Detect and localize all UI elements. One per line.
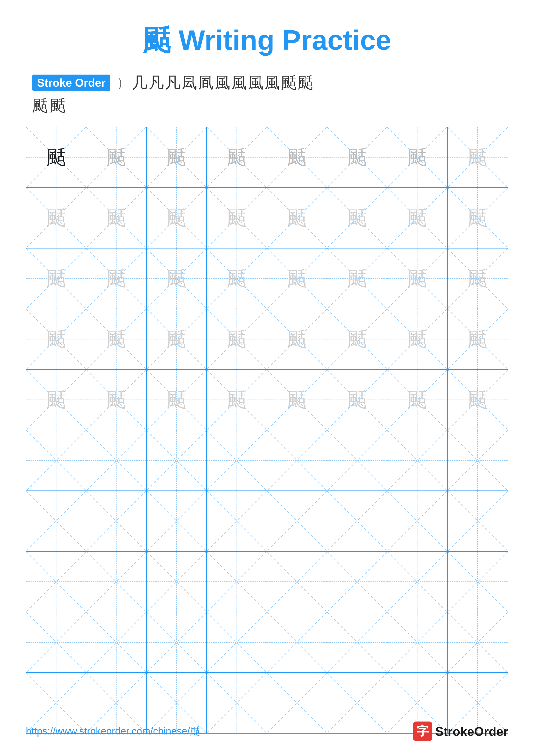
- cell-char-3-7: 颳: [408, 265, 427, 292]
- grid-cell-6-8: [447, 430, 508, 491]
- svg-line-128: [26, 612, 86, 672]
- grid-cell-4-6: 颳: [327, 309, 387, 369]
- grid-row-8: [26, 552, 508, 612]
- grid-row-7: [26, 491, 508, 552]
- grid-cell-6-4: [207, 430, 267, 491]
- stroke-step-10: 颳: [281, 72, 297, 93]
- grid-cell-9-6: [327, 612, 387, 672]
- cell-diagonal-7-5: [267, 491, 327, 551]
- cell-char-5-6: 颳: [347, 387, 367, 413]
- grid-cell-1-1: 颳: [26, 127, 87, 187]
- footer-logo: 字 StrokeOrder: [413, 721, 508, 741]
- svg-line-125: [387, 552, 447, 612]
- grid-cell-1-7: 颳: [387, 127, 447, 187]
- cell-char-3-4: 颳: [227, 265, 246, 292]
- stroke-step-8: 風: [248, 72, 264, 93]
- svg-line-139: [327, 612, 387, 672]
- svg-line-133: [147, 612, 206, 672]
- grid-cell-8-2: [87, 552, 146, 612]
- grid-cell-1-8: 颳: [447, 127, 508, 187]
- cell-char-4-1: 颳: [46, 326, 66, 352]
- cell-diagonal-8-6: [327, 552, 387, 612]
- cell-diagonal-9-3: [147, 612, 206, 672]
- svg-line-86: [207, 430, 267, 491]
- svg-line-140: [387, 612, 447, 672]
- stroke-step-12: 颳: [32, 95, 48, 116]
- grid-cell-1-6: 颳: [327, 127, 387, 187]
- cell-diagonal-9-2: [87, 612, 146, 672]
- stroke-step-4: 凨: [182, 72, 197, 93]
- svg-line-141: [387, 612, 447, 672]
- svg-line-115: [87, 552, 146, 612]
- logo-name: StrokeOrder: [435, 724, 508, 739]
- cell-char-2-1: 颳: [46, 205, 66, 231]
- cell-diagonal-6-2: [87, 430, 146, 491]
- stroke-step-6: 風: [215, 72, 230, 93]
- svg-line-121: [267, 552, 327, 612]
- cell-char-5-4: 颳: [227, 387, 246, 413]
- cell-diagonal-9-6: [327, 612, 387, 672]
- logo-char: 字: [417, 723, 429, 740]
- grid-cell-9-4: [207, 612, 267, 672]
- cell-char-1-5: 颳: [287, 144, 307, 171]
- grid-cell-4-8: 颳: [447, 309, 508, 369]
- footer: https://www.strokeorder.com/chinese/颳 字 …: [26, 721, 508, 741]
- svg-line-118: [207, 552, 267, 612]
- grid-cell-9-1: [26, 612, 87, 672]
- grid-cell-8-8: [447, 552, 508, 612]
- grid-cell-6-1: [26, 430, 87, 491]
- grid-cell-7-5: [267, 491, 327, 551]
- stroke-step-1: 几: [132, 72, 147, 93]
- cell-diagonal-8-1: [26, 552, 86, 612]
- cell-diagonal-8-3: [147, 552, 206, 612]
- svg-line-111: [447, 491, 508, 551]
- cell-char-3-6: 颳: [347, 265, 367, 292]
- grid-cell-3-4: 颳: [207, 249, 267, 309]
- grid-cell-4-3: 颳: [147, 309, 207, 369]
- cell-diagonal-7-8: [447, 491, 508, 551]
- grid-cell-3-6: 颳: [327, 249, 387, 309]
- svg-line-132: [147, 612, 206, 672]
- cell-char-3-5: 颳: [287, 265, 307, 292]
- cell-char-2-8: 颳: [468, 205, 487, 231]
- cell-diagonal-8-5: [267, 552, 327, 612]
- cell-char-1-8: 颳: [468, 144, 487, 171]
- grid-cell-7-8: [447, 491, 508, 551]
- cell-char-4-3: 颳: [167, 326, 186, 352]
- cell-char-4-5: 颳: [287, 326, 307, 352]
- cell-diagonal-7-7: [387, 491, 447, 551]
- title-char: 颳: [143, 24, 171, 56]
- grid-cell-1-4: 颳: [207, 127, 267, 187]
- stroke-step-13: 颳: [50, 95, 65, 116]
- grid-cell-8-3: [147, 552, 207, 612]
- cell-diagonal-6-6: [327, 430, 387, 491]
- svg-line-94: [447, 430, 508, 491]
- svg-line-138: [327, 612, 387, 672]
- cell-char-1-6: 颳: [347, 144, 367, 171]
- grid-cell-6-5: [267, 430, 327, 491]
- svg-line-129: [26, 612, 86, 672]
- cell-char-2-4: 颳: [227, 205, 246, 231]
- grid-cell-4-1: 颳: [26, 309, 87, 369]
- cell-diagonal-6-4: [207, 430, 267, 491]
- stroke-step-2: 凡: [148, 72, 164, 93]
- grid-cell-8-6: [327, 552, 387, 612]
- cell-diagonal-8-4: [207, 552, 267, 612]
- grid-cell-3-5: 颳: [267, 249, 327, 309]
- cell-char-5-7: 颳: [408, 387, 427, 413]
- svg-line-85: [147, 430, 206, 491]
- grid-row-9: [26, 612, 508, 673]
- stroke-step-9: 風: [265, 72, 280, 93]
- svg-line-113: [26, 552, 86, 612]
- grid-cell-7-4: [207, 491, 267, 551]
- grid-cell-5-6: 颳: [327, 370, 387, 430]
- grid-cell-7-3: [147, 491, 207, 551]
- svg-line-108: [387, 491, 447, 551]
- cell-char-3-3: 颳: [167, 265, 186, 292]
- grid-cell-2-1: 颳: [26, 188, 87, 248]
- grid-cell-2-4: 颳: [207, 188, 267, 248]
- cell-char-3-2: 颳: [107, 265, 126, 292]
- svg-line-99: [87, 491, 146, 551]
- svg-line-90: [327, 430, 387, 491]
- stroke-step-7: 風: [231, 72, 247, 93]
